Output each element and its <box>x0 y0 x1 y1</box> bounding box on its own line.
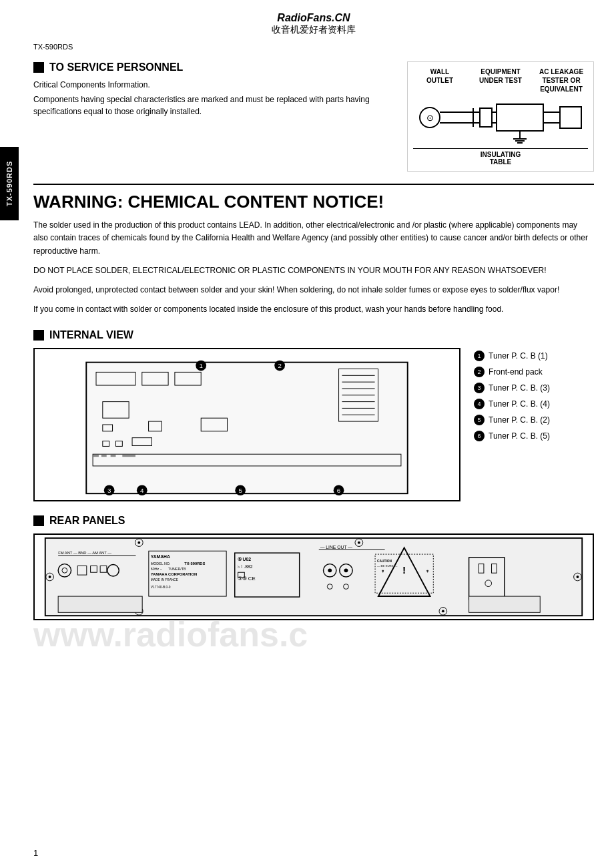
svg-text:⑤ U02: ⑤ U02 <box>238 557 252 562</box>
svg-text:!: ! <box>402 564 406 576</box>
svg-point-62 <box>442 610 444 613</box>
svg-text:MODEL NO.: MODEL NO. <box>151 562 171 566</box>
component-item-5: 5 Tuner P. C. B. (2) <box>474 412 594 428</box>
svg-text:V17740-B.0-0: V17740-B.0-0 <box>151 586 171 590</box>
rear-section: REAR PANELS <box>33 515 594 620</box>
rear-heading-icon <box>33 515 44 526</box>
svg-text:1: 1 <box>199 363 202 370</box>
internal-section: INTERNAL VIEW <box>33 329 594 501</box>
warning-para1: The solder used in the production of thi… <box>33 219 594 258</box>
rear-heading-text: REAR PANELS <box>49 515 125 527</box>
component-num-2: 2 <box>474 367 485 377</box>
ac-leakage-diagram: WALLOUTLET EQUIPMENTUNDER TEST AC LEAKAG… <box>407 61 594 172</box>
site-title: RadioFans.CN <box>33 12 594 24</box>
heading-icon <box>33 62 44 73</box>
circuit-svg: ⊙ <box>413 97 587 144</box>
rear-heading: REAR PANELS <box>33 515 594 527</box>
page-number: 1 <box>33 848 38 858</box>
svg-rect-37 <box>111 455 116 457</box>
svg-text:3: 3 <box>107 487 111 495</box>
component-num-5: 5 <box>474 415 485 425</box>
svg-rect-8 <box>497 104 543 131</box>
component-item-4: 4 Tuner P. C. B. (4) <box>474 396 594 412</box>
service-left: TO SERVICE PERSONNEL Critical Components… <box>33 61 394 172</box>
side-label: TX-590RDS <box>0 147 19 220</box>
svg-text:— BE SURE —: — BE SURE — <box>377 565 398 568</box>
svg-text:YAMAHA: YAMAHA <box>151 554 170 559</box>
svg-point-94 <box>344 569 348 573</box>
component-item-2: 2 Front-end pack <box>474 364 594 380</box>
component-label-3: Tuner P. C. B. (3) <box>489 380 550 396</box>
warning-para2: DO NOT PLACE SOLDER, ELECTRICAL/ELECTRON… <box>33 264 594 277</box>
site-subtitle: 收音机爱好者资料库 <box>33 24 594 36</box>
insulating-table-label: INSULATINGTABLE <box>413 148 588 166</box>
component-item-3: 3 Tuner P. C. B. (3) <box>474 380 594 396</box>
service-heading: TO SERVICE PERSONNEL <box>33 61 394 73</box>
svg-point-64 <box>49 576 51 578</box>
svg-rect-36 <box>101 455 107 457</box>
svg-text:⊙: ⊙ <box>426 113 434 123</box>
svg-text:2: 2 <box>278 363 281 370</box>
label-tester: AC LEAKAGETESTER OREQUIVALENT <box>535 67 588 93</box>
component-item-6: 6 Tuner P. C. B. (5) <box>474 428 594 444</box>
warning-section: WARNING: CHEMICAL CONTENT NOTICE! The so… <box>33 184 594 316</box>
component-label-4: Tuner P. C. B. (4) <box>489 396 550 412</box>
component-label-1: Tuner P. C. B (1) <box>489 348 548 364</box>
svg-rect-13 <box>560 107 581 128</box>
label-equipment: EQUIPMENTUNDER TEST <box>474 67 527 93</box>
internal-view-container: 1 2 3 4 5 6 <box>33 348 594 501</box>
svg-rect-7 <box>480 108 492 127</box>
svg-point-66 <box>577 576 579 578</box>
page-header: RadioFans.CN 收音机爱好者资料库 <box>33 7 594 39</box>
internal-heading-icon <box>33 330 44 341</box>
svg-rect-35 <box>93 455 99 457</box>
svg-point-56 <box>137 541 140 544</box>
svg-text:4: 4 <box>140 487 144 495</box>
svg-text:MADE IN FRANCE: MADE IN FRANCE <box>151 578 179 582</box>
warning-para3: Avoid prolonged, unprotected contact bet… <box>33 284 594 296</box>
svg-text:YAMAHA CORPORATION: YAMAHA CORPORATION <box>151 572 197 576</box>
internal-labels: 1 Tuner P. C. B (1) 2 Front-end pack 3 T… <box>474 348 594 501</box>
svg-text:⑤⑧ CE: ⑤⑧ CE <box>238 576 256 582</box>
component-item-1: 1 Tuner P. C. B (1) <box>474 348 594 364</box>
component-label-5: Tuner P. C. B. (2) <box>489 412 550 428</box>
component-num-4: 4 <box>474 399 485 409</box>
svg-text:60Hz ~: 60Hz ~ <box>151 568 162 572</box>
warning-para4: If you come in contact with solder or co… <box>33 303 594 316</box>
svg-text:— LINE OUT —: — LINE OUT — <box>320 546 353 550</box>
component-num-3: 3 <box>474 383 485 393</box>
internal-svg: 1 2 3 4 5 6 <box>35 349 459 500</box>
service-para2: Components having special characteristic… <box>33 93 394 118</box>
svg-point-58 <box>358 541 360 544</box>
diagram-labels: WALLOUTLET EQUIPMENTUNDER TEST AC LEAKAG… <box>413 67 588 93</box>
component-label-2: Front-end pack <box>489 364 543 380</box>
svg-text:FM ANT — BND — AM ANT —: FM ANT — BND — AM ANT — <box>58 551 111 555</box>
component-label-6: Tuner P. C. B. (5) <box>489 428 550 444</box>
component-num-1: 1 <box>474 351 485 361</box>
svg-text:5: 5 <box>238 487 242 495</box>
svg-text:♭ ♮ .882: ♭ ♮ .882 <box>238 565 253 570</box>
service-section: TO SERVICE PERSONNEL Critical Components… <box>33 61 594 172</box>
svg-text:TX-590RDS: TX-590RDS <box>184 562 205 566</box>
service-heading-text: TO SERVICE PERSONNEL <box>49 61 183 73</box>
svg-rect-38 <box>122 455 135 457</box>
rear-svg: FM ANT — BND — AM ANT — YAMAHA MODEL NO.… <box>35 535 593 619</box>
svg-rect-108 <box>58 596 142 612</box>
svg-rect-109 <box>469 596 541 612</box>
warning-title: WARNING: CHEMICAL CONTENT NOTICE! <box>33 192 594 212</box>
svg-text:TUNER/TB: TUNER/TB <box>168 568 186 572</box>
component-num-6: 6 <box>474 431 485 441</box>
service-para1: Critical Components Information. <box>33 79 394 91</box>
label-wall-outlet: WALLOUTLET <box>413 67 467 93</box>
model-label: TX-590RDS <box>33 43 594 51</box>
rear-diagram: FM ANT — BND — AM ANT — YAMAHA MODEL NO.… <box>33 533 594 620</box>
internal-heading: INTERNAL VIEW <box>33 329 594 341</box>
svg-point-92 <box>328 569 332 573</box>
service-diagram: WALLOUTLET EQUIPMENTUNDER TEST AC LEAKAG… <box>407 61 594 172</box>
svg-text:6: 6 <box>337 487 341 495</box>
svg-text:CAUTION: CAUTION <box>377 560 392 563</box>
internal-heading-text: INTERNAL VIEW <box>49 329 133 341</box>
internal-diagram: 1 2 3 4 5 6 <box>33 348 460 501</box>
